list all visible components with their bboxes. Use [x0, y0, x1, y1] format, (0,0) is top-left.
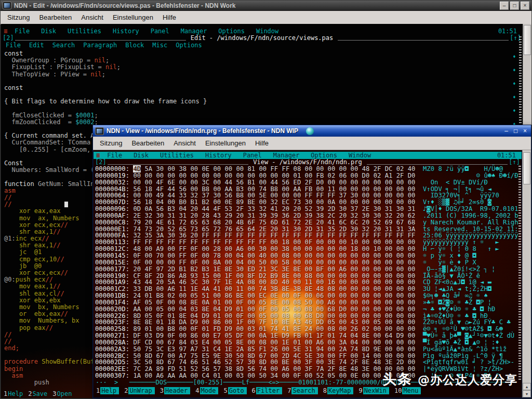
- ndn-menu-icon[interactable]: ≡: [96, 152, 100, 159]
- fkey-keymap[interactable]: 8KeyMap: [323, 387, 354, 394]
- front-window-title: NDN - View - /windows/F/ndn/ndn.prg - Be…: [107, 127, 298, 135]
- ndn-menu-window[interactable]: Window: [349, 152, 371, 159]
- menu-einstellungen[interactable]: Einstellungen: [201, 139, 250, 147]
- clock: 01:51: [497, 152, 516, 159]
- ndn-menu-file[interactable]: File: [107, 152, 122, 159]
- watermark-handle: @办公达人爱分享: [418, 372, 517, 388]
- editor-menu-file[interactable]: File: [6, 42, 21, 49]
- scrollbar-thumb[interactable]: [523, 152, 530, 184]
- ndn-menubar-back: ≡ FileDiskUtilitiesHistoryPanelManagerOp…: [1, 28, 523, 35]
- back-titlebar[interactable]: NDN - Edit - /windows/F/ndn/source/views…: [1, 1, 531, 11]
- text-cursor: [64, 202, 68, 207]
- editor-menu-search[interactable]: Search: [52, 42, 75, 49]
- ndn-menu-icon[interactable]: ≡: [4, 28, 7, 35]
- front-scrollbar[interactable]: ▲ ▼: [522, 150, 531, 397]
- fkey-filter[interactable]: 6Filter: [251, 387, 283, 394]
- frame-line: [108, 160, 249, 165]
- front-window: NDN - View - /windows/F/ndn/ndn.prg - Be…: [92, 125, 531, 398]
- ndn-menu-disk[interactable]: Disk: [134, 152, 149, 159]
- editor-file-title: Edit - /windows/F/ndn/source/views.pas: [187, 35, 337, 42]
- minimize-button[interactable]: –: [500, 2, 509, 10]
- ndn-menu-window[interactable]: Window: [256, 28, 278, 35]
- code-line: TheTopView : PView = nil;: [4, 71, 523, 78]
- fkey-unwrap[interactable]: 2UnWrap: [124, 387, 155, 394]
- menu-hilfe[interactable]: Hilfe: [250, 139, 273, 147]
- editor-menu-misc[interactable]: Misc: [152, 42, 167, 49]
- desktop: NDN - Edit - /windows/F/ndn/source/views…: [0, 0, 532, 399]
- menu-bearbeiten[interactable]: Bearbeiten: [34, 14, 76, 21]
- ndn-menu-file[interactable]: File: [15, 28, 30, 35]
- scroll-up-button[interactable]: ▲: [523, 383, 531, 390]
- scrollbar-thumb[interactable]: [524, 25, 531, 55]
- back-menubar: SitzungBearbeitenAnsichtEinstellungenHil…: [1, 11, 531, 24]
- watermark: 头条 @办公达人爱分享: [382, 370, 517, 389]
- front-titlebar[interactable]: NDN - View - /windows/F/ndn/ndn.prg - Be…: [93, 125, 531, 137]
- hex-view[interactable]: 00000000: 4D 5A 30 00 38 00 0E 00 00 00 …: [94, 166, 522, 379]
- menu-ansicht[interactable]: Ansicht: [76, 14, 108, 21]
- ndn-menubar-front: ≡ FileDiskUtilitiesHistoryPanelManagerOp…: [94, 152, 522, 159]
- editor-frame-title: [2] Edit - /windows/F/ndn/source/views.p…: [1, 35, 523, 42]
- konsole-icon: [3, 2, 11, 9]
- window-number-badge[interactable]: [2]: [3, 35, 14, 42]
- ndn-menu-options[interactable]: Options: [218, 28, 245, 35]
- ndn-menu-history[interactable]: History: [113, 28, 139, 35]
- fkey-mode[interactable]: 4Mode: [195, 387, 218, 394]
- ndn-menu-panel[interactable]: Panel: [151, 28, 169, 35]
- editor-menu-options[interactable]: Options: [176, 42, 202, 49]
- watermark-logo: 头条: [382, 370, 413, 389]
- ndn-menu-manager[interactable]: Manager: [273, 152, 300, 159]
- fkey-header[interactable]: 3Header: [159, 387, 191, 394]
- frame-line: [15, 36, 186, 41]
- fkey-help[interactable]: 1Help: [96, 387, 119, 394]
- back-window-title: NDN - Edit - /windows/F/ndn/source/views…: [14, 2, 236, 9]
- code-line: const: [4, 85, 523, 91]
- fkey-save[interactable]: 2Save: [28, 390, 47, 397]
- konsole-icon: [95, 127, 104, 135]
- menu-bearbeiten[interactable]: Bearbeiten: [127, 139, 169, 147]
- ndn-scrollbar-track[interactable]: [518, 166, 521, 381]
- menu-hilfe[interactable]: Hilfe: [158, 14, 181, 21]
- code-line: { Bit flags to determine how to draw the…: [4, 98, 523, 105]
- ndn-menu-history[interactable]: History: [205, 152, 232, 159]
- frame-line: [338, 36, 509, 41]
- ndn-menu-panel[interactable]: Panel: [243, 152, 262, 159]
- ndn-menu-utilities[interactable]: Utilities: [68, 28, 101, 35]
- fkey-goto[interactable]: 5Goto: [223, 387, 246, 394]
- ndn-menu-options[interactable]: Options: [311, 152, 337, 159]
- fkey-open[interactable]: 3Open: [52, 390, 72, 397]
- clock: 01:51: [498, 28, 517, 35]
- zoom-corner-icon[interactable]: [↑]: [509, 159, 520, 166]
- front-terminal: ≡ FileDiskUtilitiesHistoryPanelManagerOp…: [94, 150, 522, 397]
- konsole-swirl-icon: [306, 127, 314, 135]
- scroll-down-button[interactable]: ▼: [523, 390, 531, 397]
- frame-line: [367, 160, 508, 165]
- menu-ansicht[interactable]: Ansicht: [169, 139, 201, 147]
- maximize-button[interactable]: □: [510, 2, 519, 10]
- close-button[interactable]: ×: [521, 127, 529, 135]
- menu-einstellungen[interactable]: Einstellungen: [108, 14, 158, 21]
- code-line: [4, 78, 523, 85]
- ndn-menu-disk[interactable]: Disk: [41, 28, 56, 35]
- minimize-button[interactable]: –: [502, 127, 510, 135]
- ndn-menu-manager[interactable]: Manager: [181, 28, 207, 35]
- editor-menu-block[interactable]: Block: [125, 42, 144, 49]
- ndn-menu-utilities[interactable]: Utilities: [160, 152, 194, 159]
- close-button[interactable]: ×: [521, 2, 529, 10]
- menu-sitzung[interactable]: Sitzung: [95, 139, 127, 147]
- editor-menu-edit[interactable]: Edit: [29, 42, 44, 49]
- front-menubar: SitzungBearbeitenAnsichtEinstellungenHil…: [93, 137, 531, 150]
- fkey-help[interactable]: 1Help: [3, 390, 23, 397]
- maximize-button[interactable]: □: [512, 127, 520, 135]
- editor-menubar: FileEditSearchParagraphBlockMiscOptions: [1, 42, 523, 49]
- fkey-search[interactable]: 7Search: [287, 387, 318, 394]
- menu-sitzung[interactable]: Sitzung: [3, 14, 34, 21]
- editor-menu-paragraph[interactable]: Paragraph: [83, 42, 117, 49]
